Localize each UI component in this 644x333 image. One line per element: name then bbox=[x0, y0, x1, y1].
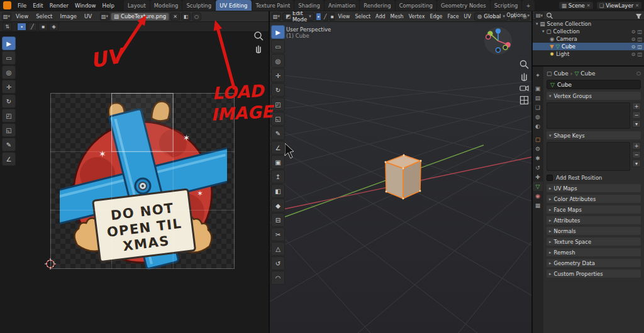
color-attributes-section-header[interactable]: ▸Color Attributes bbox=[547, 195, 641, 203]
bevel-tool[interactable]: ◆ bbox=[271, 199, 285, 212]
vp-menu-add[interactable]: Add bbox=[374, 11, 387, 21]
filter-funnel-icon[interactable] bbox=[635, 12, 642, 19]
outliner-row-light[interactable]: ✹ Light ⊙ ◫ bbox=[533, 50, 644, 58]
uv-menu-view[interactable]: View bbox=[13, 11, 31, 21]
zoom-icon[interactable] bbox=[253, 30, 264, 41]
vp-menu-select[interactable]: Select bbox=[353, 11, 372, 21]
vp-menu-view[interactable]: View bbox=[336, 11, 352, 21]
shape-key-specials-button[interactable]: ▾ bbox=[632, 160, 641, 167]
tab-rendering[interactable]: Rendering bbox=[360, 0, 394, 11]
navigation-gizmo[interactable] bbox=[484, 26, 513, 55]
output-tab[interactable]: ▤ bbox=[533, 93, 543, 102]
rotate-tool[interactable]: ↻ bbox=[2, 94, 16, 108]
scene-tab[interactable]: ◍ bbox=[533, 112, 543, 121]
menu-edit[interactable]: Edit bbox=[30, 0, 46, 11]
shape-keys-list[interactable] bbox=[547, 142, 630, 171]
outliner-row-scene-collection[interactable]: ▾▤ Scene Collection bbox=[533, 20, 644, 28]
hide-eye-icon[interactable]: ⊙ bbox=[631, 29, 636, 35]
texture-space-section-header[interactable]: ▸Texture Space bbox=[547, 237, 641, 246]
scene-selector[interactable]: ▦ Scene ✕ bbox=[558, 1, 594, 9]
cursor-tool[interactable]: ◎ bbox=[2, 65, 16, 79]
gizmo-z-axis[interactable] bbox=[496, 28, 501, 33]
normals-section-header[interactable]: ▸Normals bbox=[547, 227, 641, 235]
add-workspace-button[interactable]: + bbox=[522, 0, 534, 11]
spin-tool[interactable]: ↺ bbox=[271, 256, 285, 270]
uv-face-select-button[interactable]: ▪ bbox=[38, 23, 48, 31]
scale-tool[interactable]: ◰ bbox=[271, 97, 285, 111]
camera-visibility-icon[interactable]: ◫ bbox=[637, 52, 642, 57]
vertex-select-button[interactable]: ∙ bbox=[316, 13, 321, 21]
uv-menu-image[interactable]: Image bbox=[57, 11, 80, 21]
measure-tool[interactable]: ∠ bbox=[2, 152, 16, 166]
vertex-group-specials-button[interactable]: ▾ bbox=[632, 120, 641, 128]
viewport-options[interactable]: Options ▾ bbox=[507, 13, 530, 18]
uv-editor-type-button[interactable]: ▨ ▾ bbox=[2, 13, 11, 21]
move-tool[interactable]: ✛ bbox=[271, 68, 285, 82]
camera-visibility-icon[interactable]: ◫ bbox=[637, 29, 642, 35]
face-maps-section-header[interactable]: ▸Face Maps bbox=[547, 205, 641, 214]
breadcrumb-data[interactable]: Cube bbox=[580, 70, 595, 77]
tab-layout[interactable]: Layout bbox=[124, 0, 150, 11]
vp-menu-mesh[interactable]: Mesh bbox=[389, 11, 406, 21]
vp-menu-edge[interactable]: Edge bbox=[428, 11, 444, 21]
vp-menu-face[interactable]: Face bbox=[446, 11, 461, 21]
viewport-canvas[interactable] bbox=[270, 22, 531, 333]
hide-eye-icon[interactable]: ⊙ bbox=[631, 36, 636, 42]
view-layer-selector[interactable]: ❏ ViewLayer ✕ bbox=[596, 1, 642, 9]
add-shape-key-button[interactable]: + bbox=[632, 142, 641, 150]
vp-menu-vertex[interactable]: Vertex bbox=[407, 11, 427, 21]
scale-tool[interactable]: ◰ bbox=[2, 109, 16, 123]
texture-tab[interactable]: ▦ bbox=[533, 200, 543, 210]
rotate-tool[interactable]: ↻ bbox=[271, 83, 285, 97]
uv-menu-select[interactable]: Select bbox=[33, 11, 55, 21]
attributes-section-header[interactable]: ▸Attributes bbox=[547, 216, 641, 224]
vp-menu-uv[interactable]: UV bbox=[462, 11, 473, 21]
add-rest-position-checkbox[interactable] bbox=[547, 175, 553, 181]
tab-texture-paint[interactable]: Texture Paint bbox=[252, 0, 294, 11]
menu-window[interactable]: Window bbox=[72, 0, 99, 11]
material-tab[interactable]: ◉ bbox=[533, 191, 543, 200]
constraints-tab[interactable]: ✚ bbox=[533, 172, 543, 182]
tweak-tool[interactable]: ▶ bbox=[271, 25, 285, 39]
inset-faces-tool[interactable]: ◧ bbox=[271, 184, 285, 198]
add-vertex-group-button[interactable]: + bbox=[632, 102, 641, 110]
breadcrumb-object[interactable]: Cube bbox=[554, 70, 569, 77]
hide-eye-icon[interactable]: ⊙ bbox=[631, 52, 636, 57]
particles-tab[interactable]: ✱ bbox=[533, 153, 543, 163]
menu-render[interactable]: Render bbox=[47, 0, 72, 11]
unlink-image-button[interactable]: ✕ bbox=[170, 13, 180, 21]
tab-animation[interactable]: Animation bbox=[325, 0, 359, 11]
annotate-tool[interactable]: ✎ bbox=[2, 138, 16, 151]
object-data-tab[interactable]: ▽ bbox=[533, 182, 543, 191]
transform-tool[interactable]: ◱ bbox=[271, 112, 285, 126]
uv-2d-cursor[interactable] bbox=[45, 258, 56, 270]
browse-image-button[interactable]: ▨ ▾ bbox=[100, 13, 109, 21]
render-tab[interactable]: ▣ bbox=[533, 84, 543, 93]
hide-eye-icon[interactable]: ⊙ bbox=[631, 44, 636, 50]
annotate-tool[interactable]: ✎ bbox=[271, 126, 285, 140]
select-box-tool[interactable]: ▭ bbox=[271, 40, 285, 53]
outliner-editor-type-button[interactable]: ▤ ▾ bbox=[535, 12, 544, 19]
geometry-data-section-header[interactable]: ▸Geometry Data bbox=[547, 259, 641, 267]
outliner-row-collection[interactable]: ▾▢ Collection ⊙ ◫ bbox=[533, 28, 644, 35]
uv-pin-button[interactable]: ○ bbox=[192, 13, 201, 21]
view-layer-unlink-icon[interactable]: ✕ bbox=[635, 3, 639, 8]
shape-keys-section-header[interactable]: ▾Shape Keys bbox=[547, 131, 641, 139]
remove-vertex-group-button[interactable]: − bbox=[632, 111, 641, 119]
select-box-tool[interactable]: ▭ bbox=[2, 51, 16, 65]
uv-menu-uv[interactable]: UV bbox=[81, 11, 95, 21]
poly-build-tool[interactable]: △ bbox=[271, 242, 285, 256]
uv-vertex-select-button[interactable]: ∙ bbox=[17, 23, 26, 31]
outliner-row-camera[interactable]: ◉ Camera ⊙ ◫ bbox=[533, 35, 644, 43]
scene-unlink-icon[interactable]: ✕ bbox=[587, 3, 591, 8]
outliner-row-cube[interactable]: ▼ ▽ Cube ⊙ ◫ bbox=[533, 43, 644, 50]
face-select-button[interactable]: ▪ bbox=[330, 13, 335, 21]
datablock-name-field[interactable]: ▽ Cube bbox=[547, 80, 641, 89]
knife-tool[interactable]: ✂ bbox=[271, 227, 285, 241]
menu-help[interactable]: Help bbox=[99, 0, 117, 11]
move-tool[interactable]: ✛ bbox=[2, 80, 16, 94]
blender-logo-icon[interactable] bbox=[3, 1, 11, 9]
viewport-pan-hand-icon[interactable] bbox=[519, 71, 530, 82]
mode-selector[interactable]: ◩ Edit Mode ▾ bbox=[282, 13, 314, 21]
tool-tab[interactable]: ✦ bbox=[533, 70, 543, 80]
